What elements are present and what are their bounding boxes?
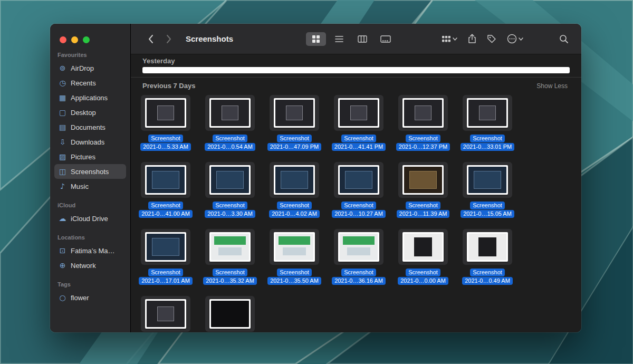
sidebar-section-label: Tags — [50, 273, 130, 290]
sidebar-item-network[interactable]: ⊕Network — [54, 258, 126, 273]
screenshots-icon: ◫ — [58, 167, 67, 176]
forward-button[interactable] — [164, 32, 174, 46]
file-name: Screenshot — [341, 135, 376, 142]
file-selection-highlight — [141, 95, 190, 131]
file-label: Screenshot2021-0…35.50 AM — [267, 269, 321, 285]
group-button[interactable] — [442, 35, 457, 43]
file-item[interactable]: Screenshot2021-0…0.54 AM — [198, 95, 262, 162]
file-item[interactable]: Screenshot2021-0…35.50 AM — [262, 229, 327, 296]
share-button[interactable] — [468, 34, 476, 44]
thumbnail-light-preview — [275, 234, 313, 260]
file-thumbnail — [145, 165, 186, 195]
main-pane: Screenshots — [131, 24, 581, 332]
zoom-window-button[interactable] — [83, 36, 90, 43]
sidebar-item-fatima-s-ma[interactable]: ⊡Fatima’s Ma… — [54, 243, 126, 258]
file-item[interactable]: Screenshot2021-0…4.02 AM — [262, 162, 327, 229]
file-item[interactable]: Screenshot2021-0…10.27 AM — [327, 162, 391, 229]
sidebar-item-applications[interactable]: ▦Applications — [54, 90, 126, 105]
sidebar-item-icloud-drive[interactable]: ☁iCloud Drive — [54, 211, 126, 226]
icloud-drive-icon: ☁ — [58, 214, 67, 223]
file-date: 2021-0…5.33 AM — [140, 143, 191, 151]
file-thumbnail — [402, 165, 444, 195]
group-icon — [442, 35, 451, 43]
icon-view-button[interactable] — [306, 32, 326, 46]
file-selection-highlight — [398, 162, 448, 198]
sidebar-item-screenshots[interactable]: ◫Screenshots — [54, 164, 126, 179]
file-thumbnail — [467, 232, 508, 262]
file-date: 2021-0…15.05 AM — [461, 210, 514, 218]
file-name: Screenshot — [406, 202, 440, 209]
more-actions-button[interactable] — [507, 34, 523, 44]
file-item[interactable]: Screenshot2021-0…36.16 AM — [327, 229, 391, 296]
file-item[interactable]: Screenshot2021-0…12.37 PM — [391, 95, 455, 162]
sidebar-item-flower[interactable]: ○flower — [54, 290, 126, 305]
file-name: Screenshot — [213, 269, 247, 276]
back-button[interactable] — [146, 32, 156, 46]
sidebar-item-downloads[interactable]: ⇩Downloads — [54, 135, 126, 149]
gallery-view-button[interactable] — [376, 32, 396, 46]
thumbnail-dark-preview — [275, 100, 313, 126]
file-item[interactable]: Screenshot2021-0…11.39 AM — [391, 162, 455, 229]
file-label: Screenshot2021-0…33.01 PM — [461, 135, 514, 151]
thumbnail-navy-preview — [468, 167, 506, 193]
file-item[interactable]: Screenshot2021-0…35.32 AM — [198, 229, 262, 296]
file-date: 2021-0…12.37 PM — [396, 143, 450, 151]
toolbar-actions — [442, 34, 569, 44]
yesterday-thumbnails-partial[interactable] — [142, 67, 570, 73]
file-label: Screenshot2021-0…35.32 AM — [203, 269, 257, 285]
file-label: Screenshot2021-0…5.33 AM — [140, 135, 191, 151]
minimize-window-button[interactable] — [71, 36, 78, 43]
file-date: 2021-0…41.41 PM — [332, 143, 386, 151]
thumbnail-lightdark-preview — [404, 234, 442, 260]
file-item[interactable] — [133, 296, 198, 332]
file-name: Screenshot — [470, 135, 505, 142]
thumbnail-navy-preview — [147, 234, 185, 260]
file-item[interactable]: Screenshot2021-0…47.09 PM — [262, 95, 327, 162]
sidebar-item-pictures[interactable]: ▨Pictures — [54, 149, 126, 164]
content-area: Yesterday Previous 7 Days Show Less Scre… — [131, 54, 581, 332]
file-name: Screenshot — [277, 269, 312, 276]
file-item[interactable]: Screenshot2021-0…15.05 AM — [455, 162, 520, 229]
list-view-button[interactable] — [329, 32, 349, 46]
search-button[interactable] — [559, 34, 569, 44]
sidebar-item-label: Documents — [71, 123, 106, 131]
thumbnail-dark-preview — [147, 100, 185, 126]
thumbnail-dark-preview — [468, 100, 506, 126]
file-item[interactable]: Screenshot2021-0…0.49 AM — [455, 229, 520, 296]
sidebar-item-documents[interactable]: ▤Documents — [54, 120, 126, 135]
file-label: Screenshot2021-0…11.39 AM — [397, 202, 450, 218]
file-thumbnail — [209, 232, 251, 262]
sidebar-item-music[interactable]: ♪Music — [54, 179, 126, 194]
file-item[interactable]: Screenshot2021-0…3.30 AM — [198, 162, 262, 229]
file-item[interactable] — [198, 296, 262, 332]
file-item[interactable]: Screenshot2021-0…33.01 PM — [455, 95, 520, 162]
file-date: 2021-0…47.09 PM — [267, 143, 321, 151]
file-item[interactable]: Screenshot2021-0…41.41 PM — [327, 95, 391, 162]
sidebar-item-desktop[interactable]: ▢Desktop — [54, 105, 126, 120]
sidebar-section-label: Favourites — [50, 43, 130, 61]
sidebar-section-tags: Tags○flower — [50, 273, 130, 305]
show-less-button[interactable]: Show Less — [536, 82, 568, 90]
file-item[interactable]: Screenshot2021-0…17.01 AM — [133, 229, 198, 296]
file-date: 2021-0…41.00 AM — [139, 210, 193, 218]
file-item[interactable]: Screenshot2021-0…0.00 AM — [391, 229, 455, 296]
file-selection-highlight — [334, 229, 383, 265]
sidebar-item-recents[interactable]: ◷Recents — [54, 75, 126, 90]
file-label: Screenshot2021-0…0.00 AM — [398, 269, 448, 285]
file-item[interactable]: Screenshot2021-0…41.00 AM — [133, 162, 198, 229]
close-window-button[interactable] — [60, 36, 66, 43]
search-icon — [559, 34, 569, 44]
file-selection-highlight — [141, 162, 190, 198]
column-view-button[interactable] — [352, 32, 372, 46]
sidebar-item-airdrop[interactable]: ⊚AirDrop — [54, 61, 126, 75]
thumbnail-black-preview — [211, 301, 249, 327]
file-name: Screenshot — [341, 202, 376, 209]
file-name: Screenshot — [470, 269, 505, 276]
ellipsis-circle-icon — [507, 34, 517, 44]
previous-7-days-header-row: Previous 7 Days Show Less — [131, 78, 581, 90]
file-selection-highlight — [270, 162, 319, 198]
file-item[interactable]: Screenshot2021-0…5.33 AM — [133, 95, 198, 162]
tags-button[interactable] — [487, 34, 496, 44]
finder-window: Favourites⊚AirDrop◷Recents▦Applications▢… — [50, 24, 581, 332]
share-icon — [468, 34, 476, 44]
